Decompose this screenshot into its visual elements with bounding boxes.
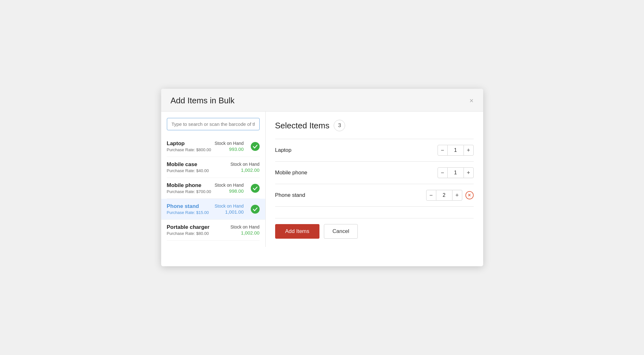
remove-icon: × bbox=[465, 191, 474, 199]
stock-label: Stock on Hand bbox=[215, 141, 244, 146]
qty-decrease-button[interactable]: − bbox=[426, 190, 436, 201]
item-purchase-rate: Purchase Rate: $80.00 bbox=[167, 231, 210, 236]
stock-value: 993.00 bbox=[229, 146, 244, 152]
item-name: Portable charger bbox=[167, 224, 210, 230]
stock-label: Stock on Hand bbox=[215, 183, 244, 188]
footer-actions: Add Items Cancel bbox=[275, 218, 474, 239]
selected-title: Selected Items bbox=[275, 121, 330, 131]
list-item[interactable]: Mobile phone Purchase Rate: $700.00 Stoc… bbox=[167, 178, 260, 199]
list-item[interactable]: Phone stand Purchase Rate: $15.00 Stock … bbox=[161, 199, 265, 220]
selected-item-name: Mobile phone bbox=[275, 170, 307, 176]
add-items-button[interactable]: Add Items bbox=[275, 224, 320, 239]
item-info: Mobile phone Purchase Rate: $700.00 bbox=[167, 182, 211, 194]
stock-value: 1,001.00 bbox=[225, 209, 243, 215]
selected-items-list: Laptop − 1 + Mobile phone − 1 + bbox=[275, 139, 474, 212]
modal-body: Laptop Purchase Rate: $800.00 Stock on H… bbox=[161, 112, 483, 247]
item-stock: Stock on Hand 1,001.00 bbox=[215, 203, 244, 215]
selected-item-row: Mobile phone − 1 + bbox=[275, 162, 474, 184]
qty-increase-button[interactable]: + bbox=[452, 190, 462, 201]
item-name: Mobile case bbox=[167, 161, 209, 168]
item-purchase-rate: Purchase Rate: $40.00 bbox=[167, 168, 209, 173]
modal-title: Add Items in Bulk bbox=[171, 96, 235, 106]
stock-value: 998.00 bbox=[229, 188, 244, 194]
item-name: Phone stand bbox=[167, 203, 209, 210]
list-item[interactable]: Portable charger Purchase Rate: $80.00 S… bbox=[167, 220, 260, 241]
remove-item-button[interactable]: × bbox=[465, 191, 474, 199]
qty-control: − 1 + bbox=[438, 145, 474, 156]
item-stock: Stock on Hand 998.00 bbox=[215, 183, 244, 194]
item-name: Mobile phone bbox=[167, 182, 211, 189]
modal: Add Items in Bulk × Laptop Purchase Rate… bbox=[161, 89, 483, 266]
item-info: Laptop Purchase Rate: $800.00 bbox=[167, 140, 211, 152]
item-list: Laptop Purchase Rate: $800.00 Stock on H… bbox=[167, 136, 260, 241]
item-info: Portable charger Purchase Rate: $80.00 bbox=[167, 224, 210, 236]
check-icon bbox=[251, 184, 260, 193]
qty-value: 1 bbox=[448, 167, 464, 178]
item-info: Phone stand Purchase Rate: $15.00 bbox=[167, 203, 209, 215]
qty-decrease-button[interactable]: − bbox=[438, 145, 448, 156]
modal-header: Add Items in Bulk × bbox=[161, 89, 483, 112]
check-icon bbox=[251, 142, 260, 151]
cancel-button[interactable]: Cancel bbox=[324, 224, 358, 239]
selected-item-row: Phone stand − 2 + × bbox=[275, 184, 474, 207]
stock-value: 1,002.00 bbox=[241, 167, 259, 173]
selected-item-name: Phone stand bbox=[275, 192, 305, 198]
item-stock: Stock on Hand 1,002.00 bbox=[230, 224, 260, 236]
item-info: Mobile case Purchase Rate: $40.00 bbox=[167, 161, 209, 173]
qty-value: 2 bbox=[436, 190, 452, 201]
stock-label: Stock on Hand bbox=[230, 162, 260, 167]
stock-label: Stock on Hand bbox=[230, 224, 260, 229]
item-purchase-rate: Purchase Rate: $15.00 bbox=[167, 210, 209, 215]
search-input[interactable] bbox=[167, 118, 260, 130]
qty-control: − 1 + bbox=[438, 167, 474, 178]
qty-control: − 2 + bbox=[426, 190, 462, 201]
item-name: Laptop bbox=[167, 140, 211, 147]
close-button[interactable]: × bbox=[470, 97, 474, 104]
item-stock: Stock on Hand 993.00 bbox=[215, 141, 244, 152]
right-panel: Selected Items 3 Laptop − 1 + Mobile pho… bbox=[266, 112, 483, 247]
qty-value: 1 bbox=[448, 145, 464, 156]
item-stock: Stock on Hand 1,002.00 bbox=[230, 162, 260, 173]
qty-decrease-button[interactable]: − bbox=[438, 167, 448, 178]
check-icon bbox=[251, 205, 260, 214]
selected-count-badge: 3 bbox=[334, 120, 345, 131]
stock-label: Stock on Hand bbox=[215, 203, 244, 209]
selected-item-row: Laptop − 1 + bbox=[275, 139, 474, 162]
selected-item-name: Laptop bbox=[275, 147, 292, 153]
item-purchase-rate: Purchase Rate: $800.00 bbox=[167, 147, 211, 152]
left-panel: Laptop Purchase Rate: $800.00 Stock on H… bbox=[161, 112, 266, 247]
selected-header: Selected Items 3 bbox=[275, 120, 474, 131]
stock-value: 1,002.00 bbox=[241, 230, 259, 236]
list-item[interactable]: Mobile case Purchase Rate: $40.00 Stock … bbox=[167, 157, 260, 178]
qty-increase-button[interactable]: + bbox=[464, 145, 474, 156]
list-item[interactable]: Laptop Purchase Rate: $800.00 Stock on H… bbox=[167, 136, 260, 157]
item-purchase-rate: Purchase Rate: $700.00 bbox=[167, 189, 211, 194]
qty-increase-button[interactable]: + bbox=[464, 167, 474, 178]
